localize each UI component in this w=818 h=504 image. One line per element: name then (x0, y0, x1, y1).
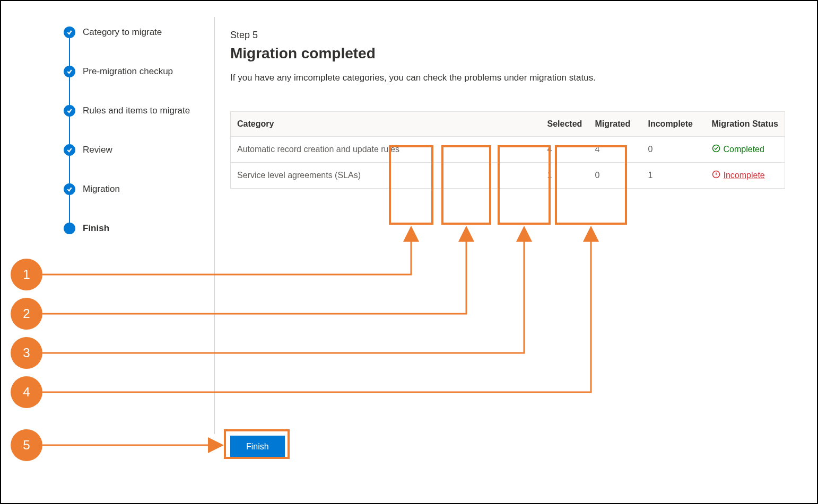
cell-migrated: 0 (589, 162, 642, 188)
step-label: Pre-migration checkup (83, 66, 173, 77)
step-rules-and-items[interactable]: Rules and items to migrate (64, 105, 190, 117)
cell-category: Automatic record creation and update rul… (231, 136, 541, 162)
error-icon (712, 170, 720, 181)
step-finish[interactable]: Finish (64, 223, 190, 234)
table-row: Automatic record creation and update rul… (231, 136, 785, 162)
check-icon (64, 144, 75, 156)
check-icon (64, 183, 75, 195)
col-selected: Selected (541, 111, 589, 136)
cell-migrated: 4 (589, 136, 642, 162)
success-icon (712, 144, 720, 155)
step-label: Finish (83, 223, 109, 234)
cell-incomplete: 0 (642, 136, 706, 162)
cell-selected: 4 (541, 136, 589, 162)
callout-1: 1 (11, 259, 42, 290)
step-pre-migration-checkup[interactable]: Pre-migration checkup (64, 66, 190, 77)
col-incomplete: Incomplete (642, 111, 706, 136)
wizard-stepper: Category to migrate Pre-migration checku… (64, 26, 190, 234)
step-review[interactable]: Review (64, 144, 190, 156)
table-row: Service level agreements (SLAs) 1 0 1 In… (231, 162, 785, 188)
step-category-to-migrate[interactable]: Category to migrate (64, 26, 190, 38)
col-category: Category (231, 111, 541, 136)
callout-3: 3 (11, 337, 42, 369)
check-icon (64, 66, 75, 77)
step-label: Category to migrate (83, 27, 162, 38)
step-label: Migration (83, 184, 120, 194)
finish-button[interactable]: Finish (230, 436, 285, 458)
step-label: Review (83, 145, 112, 155)
step-label: Rules and items to migrate (83, 105, 190, 116)
callout-4: 4 (11, 376, 42, 408)
current-step-dot (64, 223, 75, 234)
col-migrated: Migrated (589, 111, 642, 136)
callout-5: 5 (11, 429, 42, 461)
callout-2: 2 (11, 298, 42, 330)
migration-results-table: Category Selected Migrated Incomplete Mi… (230, 111, 785, 189)
page-description: If you have any imcomplete categories, y… (230, 72, 612, 85)
step-number: Step 5 (230, 30, 785, 41)
check-icon (64, 105, 75, 117)
col-status: Migration Status (706, 111, 785, 136)
step-migration[interactable]: Migration (64, 183, 190, 195)
cell-status: Incomplete (706, 162, 785, 188)
status-link-incomplete[interactable]: Incomplete (724, 171, 765, 180)
check-icon (64, 26, 75, 38)
svg-point-3 (716, 175, 716, 176)
cell-category: Service level agreements (SLAs) (231, 162, 541, 188)
status-label: Completed (724, 145, 764, 154)
page-title: Migration completed (230, 45, 785, 62)
cell-selected: 1 (541, 162, 589, 188)
cell-incomplete: 1 (642, 162, 706, 188)
cell-status: Completed (706, 136, 785, 162)
